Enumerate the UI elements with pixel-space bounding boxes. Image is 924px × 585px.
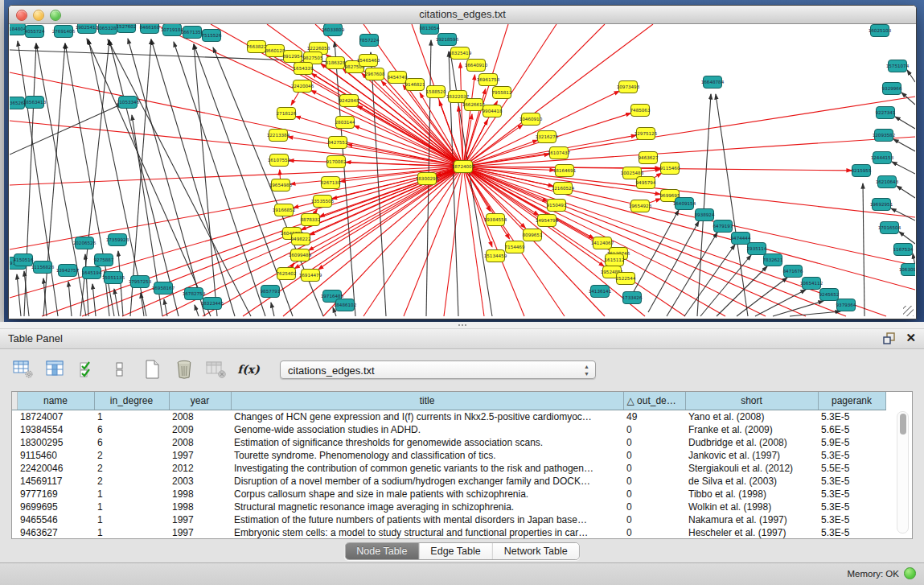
table-cell[interactable]: 6 (94, 436, 169, 449)
graph-node[interactable]: 7857224 (359, 35, 380, 47)
graph-node[interactable]: 9146821 (405, 79, 425, 91)
column-header-pagerank[interactable]: pagerank (818, 392, 885, 410)
graph-node[interactable]: 7832621 (763, 254, 783, 266)
column-header-out_de[interactable]: △ out_de… (623, 392, 685, 410)
column-header-title[interactable]: title (231, 392, 623, 410)
graph-node[interactable]: 1167534 (893, 244, 914, 256)
graph-node[interactable]: 2718126 (277, 108, 297, 120)
table-cell[interactable]: 1998 (169, 501, 231, 513)
table-cell[interactable]: Hescheler et al. (1997) (685, 526, 818, 539)
graph-node[interactable]: 8466160 (140, 24, 160, 34)
graph-node[interactable]: 19654985 (269, 179, 293, 192)
graph-node[interactable]: 16409154 (673, 198, 696, 210)
graph-node[interactable]: 12975125 (634, 128, 658, 140)
graph-node[interactable]: 9379364 (836, 299, 856, 311)
graph-node[interactable]: 18563413 (23, 97, 47, 109)
graph-node[interactable]: 15051135 (102, 272, 125, 284)
graph-node[interactable]: 9275887 (94, 254, 114, 266)
graph-node[interactable]: 9245652 (819, 289, 840, 301)
panel-split-divider[interactable] (0, 322, 924, 329)
graph-node[interactable]: 17359928 (106, 234, 129, 246)
graph-node[interactable]: 18486102 (334, 299, 356, 311)
row-height-button[interactable] (108, 358, 132, 381)
table-cell[interactable]: Tourette syndrome. Phenomenology and cla… (231, 449, 623, 462)
graph-node[interactable]: 18300295 (416, 173, 439, 185)
table-cell[interactable]: 1997 (169, 526, 231, 539)
graph-node[interactable]: 9495794 (636, 177, 656, 189)
table-cell[interactable]: 0 (623, 526, 685, 539)
graph-node[interactable]: 4055724 (25, 26, 45, 38)
graph-node[interactable]: 12213384 (267, 130, 290, 142)
delete-entries-button[interactable] (172, 358, 196, 381)
graph-node[interactable]: 18164691 (553, 165, 577, 177)
table-cell[interactable]: 0 (623, 462, 685, 475)
graph-node[interactable]: 8186328 (326, 57, 346, 69)
table-cell[interactable]: Structural magnetic resonance image aver… (231, 501, 623, 513)
graph-node[interactable]: 8267130 (321, 177, 341, 189)
graph-node[interactable]: 1733426 (622, 292, 643, 304)
table-cell[interactable]: Corpus callosum shape and size in male p… (231, 488, 623, 501)
tab-network-table[interactable]: Network Table (493, 543, 579, 559)
table-cell[interactable]: 1998 (169, 488, 231, 501)
table-cell[interactable]: 0 (623, 475, 685, 488)
graph-node[interactable]: 17957253 (129, 276, 152, 288)
graph-node[interactable]: 12093582 (873, 130, 895, 142)
table-cell[interactable]: Stergiakouli et al. (2012) (685, 462, 818, 475)
table-cell[interactable]: 18724007 (17, 410, 94, 424)
table-cell[interactable]: 49 (623, 410, 685, 424)
graph-node[interactable]: 21053346 (117, 97, 140, 109)
table-cell[interactable]: 6 (94, 423, 169, 436)
graph-node[interactable]: 1527602 (117, 24, 137, 33)
table-cell[interactable]: Jankovic et al. (1997) (685, 449, 818, 462)
new-table-button[interactable] (140, 358, 164, 381)
graph-node[interactable]: 16640910 (465, 60, 488, 72)
graph-node[interactable]: 8938924 (695, 209, 715, 221)
graph-node[interactable]: 1615112 (605, 254, 625, 266)
graph-node[interactable]: 13216276 (536, 131, 559, 143)
table-cell[interactable]: Nakamura et al. (1997) (685, 513, 818, 526)
graph-node[interactable]: 19384554 (484, 214, 507, 226)
table-row[interactable]: 946362711997Embryonic stem cells: a mode… (12, 526, 912, 539)
graph-node[interactable]: 1645194 (82, 267, 102, 279)
graph-node[interactable]: 7515526 (202, 30, 222, 42)
table-cell[interactable]: Investigating the contribution of common… (231, 462, 623, 475)
window-resize-grip[interactable] (903, 306, 914, 316)
graph-node[interactable]: 2522544 (616, 273, 636, 285)
table-cell[interactable]: Estimation of significance thresholds fo… (231, 436, 623, 449)
network-canvas[interactable]: 2184804405572427691406190254131065328715… (10, 24, 915, 318)
graph-node[interactable]: 16961758 (477, 74, 500, 86)
table-cell[interactable]: Estimation of the future numbers of pati… (231, 513, 623, 526)
graph-node[interactable]: 16958167 (152, 282, 175, 295)
tab-node-table[interactable]: Node Table (345, 543, 419, 559)
graph-node[interactable]: 9904418 (483, 105, 503, 117)
graph-node[interactable]: 9242848 (339, 95, 359, 107)
graph-node[interactable]: 10460910 (519, 113, 543, 126)
graph-node[interactable]: 16914479 (299, 270, 322, 282)
graph-node[interactable]: 19218596 (436, 34, 459, 46)
table-cell[interactable]: 18300295 (17, 436, 94, 449)
graph-node[interactable]: 8912954 (283, 51, 303, 63)
graph-node[interactable]: 9150493 (547, 200, 567, 212)
graph-node[interactable]: 1654339 (294, 63, 314, 75)
table-cell[interactable]: 2009 (169, 423, 231, 436)
graph-node[interactable]: 1588520 (426, 86, 446, 98)
table-cell[interactable]: Tibbo et al. (1998) (685, 488, 818, 501)
table-cell[interactable]: 2012 (169, 462, 231, 475)
graph-node[interactable]: 8813054 (420, 24, 440, 35)
graph-node[interactable]: 16025103 (869, 25, 892, 37)
graph-node[interactable]: 16671358 (181, 27, 204, 39)
graph-node[interactable]: 9170082 (326, 156, 347, 168)
graph-node[interactable]: 8427552 (328, 137, 348, 149)
graph-node[interactable]: 2803144 (335, 117, 355, 129)
graph-node[interactable]: 2935114 (747, 243, 767, 255)
table-cell[interactable]: 0 (623, 449, 685, 462)
graph-node[interactable]: 9329966 (882, 83, 902, 95)
graph-node[interactable]: 10630908 (899, 264, 915, 276)
graph-node[interactable]: 8878332 (301, 214, 321, 226)
table-cell[interactable]: 1 (94, 501, 169, 513)
table-cell[interactable]: 19384554 (17, 423, 94, 436)
table-row[interactable]: 2242004622012Investigating the contribut… (12, 462, 912, 475)
table-settings-button[interactable] (11, 358, 35, 381)
graph-node[interactable]: 2967608 (365, 68, 385, 80)
table-cell[interactable]: 1 (94, 513, 169, 526)
